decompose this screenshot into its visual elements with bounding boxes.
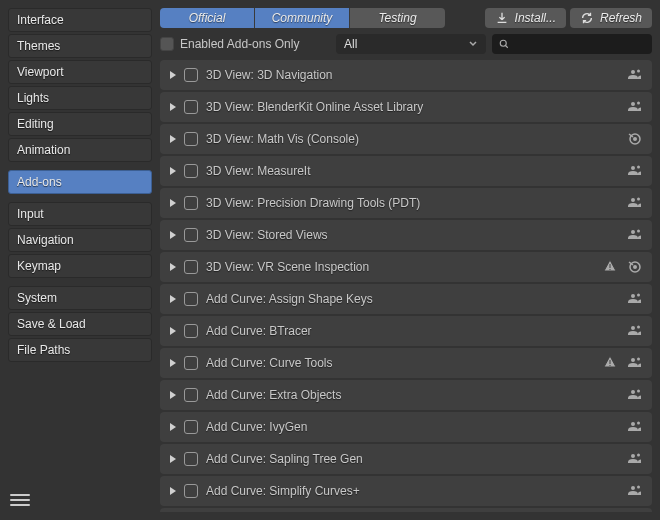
addon-row[interactable]: 3D View: MeasureIt <box>160 156 652 186</box>
community-icon <box>626 354 642 373</box>
addon-label: Add Curve: Sapling Tree Gen <box>206 452 363 466</box>
addon-row[interactable]: 3D View: Stored Views <box>160 220 652 250</box>
addon-status-icons <box>626 386 642 405</box>
addon-label: 3D View: Stored Views <box>206 228 328 242</box>
addon-enable-checkbox[interactable] <box>184 292 198 306</box>
sidebar-item-themes[interactable]: Themes <box>8 34 152 58</box>
main-panel: OfficialCommunityTesting Install... Refr… <box>160 0 660 520</box>
sidebar-item-add-ons[interactable]: Add-ons <box>8 170 152 194</box>
expand-triangle-icon[interactable] <box>170 487 176 495</box>
tab-community[interactable]: Community <box>255 8 350 28</box>
sidebar-item-navigation[interactable]: Navigation <box>8 228 152 252</box>
addon-row[interactable]: Add Curve: Sapling Tree Gen <box>160 444 652 474</box>
expand-triangle-icon[interactable] <box>170 455 176 463</box>
sidebar-item-editing[interactable]: Editing <box>8 112 152 136</box>
community-icon <box>626 226 642 245</box>
addon-status-icons <box>626 450 642 469</box>
expand-triangle-icon[interactable] <box>170 135 176 143</box>
addon-enable-checkbox[interactable] <box>184 100 198 114</box>
enabled-only-checkbox[interactable] <box>160 37 174 51</box>
tab-testing[interactable]: Testing <box>350 8 445 28</box>
svg-point-0 <box>500 40 506 46</box>
addon-row[interactable]: Add Curve: Assign Shape Keys <box>160 284 652 314</box>
addon-status-icons <box>626 290 642 309</box>
addon-row[interactable]: 3D View: 3D Navigation <box>160 60 652 90</box>
addon-enable-checkbox[interactable] <box>184 132 198 146</box>
warning-icon <box>602 258 618 277</box>
addon-enable-checkbox[interactable] <box>184 484 198 498</box>
addon-status-icons <box>626 226 642 245</box>
community-icon <box>626 386 642 405</box>
warning-icon <box>602 354 618 373</box>
addon-row[interactable]: 3D View: Math Vis (Console) <box>160 124 652 154</box>
community-icon <box>626 66 642 85</box>
tab-official[interactable]: Official <box>160 8 255 28</box>
addon-label: Add Curve: IvyGen <box>206 420 307 434</box>
addon-row[interactable]: 3D View: Precision Drawing Tools (PDT) <box>160 188 652 218</box>
category-dropdown[interactable]: All <box>336 34 486 54</box>
community-icon <box>626 194 642 213</box>
addon-status-icons <box>626 418 642 437</box>
addon-status-icons <box>602 354 642 373</box>
category-selected: All <box>344 37 357 51</box>
expand-triangle-icon[interactable] <box>170 263 176 271</box>
addon-enable-checkbox[interactable] <box>184 196 198 210</box>
addon-enable-checkbox[interactable] <box>184 324 198 338</box>
addon-enable-checkbox[interactable] <box>184 388 198 402</box>
expand-triangle-icon[interactable] <box>170 295 176 303</box>
community-icon <box>626 322 642 341</box>
search-input[interactable] <box>492 34 652 54</box>
addon-status-icons <box>626 162 642 181</box>
sidebar: InterfaceThemesViewportLightsEditingAnim… <box>0 0 160 520</box>
addon-enable-checkbox[interactable] <box>184 228 198 242</box>
expand-triangle-icon[interactable] <box>170 231 176 239</box>
chevron-down-icon <box>468 39 478 49</box>
sidebar-item-interface[interactable]: Interface <box>8 8 152 32</box>
expand-triangle-icon[interactable] <box>170 167 176 175</box>
sidebar-item-viewport[interactable]: Viewport <box>8 60 152 84</box>
sidebar-item-file-paths[interactable]: File Paths <box>8 338 152 362</box>
addon-row[interactable]: Add Curve: BTracer <box>160 316 652 346</box>
addon-status-icons <box>626 322 642 341</box>
addon-label: Add Curve: BTracer <box>206 324 312 338</box>
sidebar-item-save-load[interactable]: Save & Load <box>8 312 152 336</box>
install-label: Install... <box>515 11 556 25</box>
sidebar-item-animation[interactable]: Animation <box>8 138 152 162</box>
addon-status-icons <box>626 130 642 149</box>
addon-enable-checkbox[interactable] <box>184 164 198 178</box>
addon-row[interactable]: Add Curve: Extra Objects <box>160 380 652 410</box>
expand-triangle-icon[interactable] <box>170 71 176 79</box>
addon-enable-checkbox[interactable] <box>184 68 198 82</box>
addon-status-icons <box>626 482 642 501</box>
addon-enable-checkbox[interactable] <box>184 260 198 274</box>
expand-triangle-icon[interactable] <box>170 359 176 367</box>
community-icon <box>626 162 642 181</box>
addon-status-icons <box>602 258 642 277</box>
filter-bar: Enabled Add-ons Only All <box>160 34 652 54</box>
expand-triangle-icon[interactable] <box>170 391 176 399</box>
addon-row[interactable]: Add Curve: Simplify Curves+ <box>160 476 652 506</box>
refresh-button[interactable]: Refresh <box>570 8 652 28</box>
sidebar-item-keymap[interactable]: Keymap <box>8 254 152 278</box>
expand-triangle-icon[interactable] <box>170 327 176 335</box>
addon-row[interactable]: 3D View: VR Scene Inspection <box>160 252 652 282</box>
addon-row[interactable]: Add Curve: IvyGen <box>160 412 652 442</box>
sidebar-item-system[interactable]: System <box>8 286 152 310</box>
addon-enable-checkbox[interactable] <box>184 356 198 370</box>
addon-row[interactable]: Add Curve: Curve Tools <box>160 348 652 378</box>
addon-status-icons <box>626 98 642 117</box>
expand-triangle-icon[interactable] <box>170 423 176 431</box>
expand-triangle-icon[interactable] <box>170 199 176 207</box>
sidebar-item-input[interactable]: Input <box>8 202 152 226</box>
support-level-tabs: OfficialCommunityTesting <box>160 8 445 28</box>
context-menu-button[interactable] <box>10 490 30 510</box>
addon-label: 3D View: Precision Drawing Tools (PDT) <box>206 196 420 210</box>
refresh-label: Refresh <box>600 11 642 25</box>
install-button[interactable]: Install... <box>485 8 566 28</box>
sidebar-item-lights[interactable]: Lights <box>8 86 152 110</box>
addon-row[interactable]: Add Mesh: A.N.T.Landscape <box>160 508 652 512</box>
addon-row[interactable]: 3D View: BlenderKit Online Asset Library <box>160 92 652 122</box>
addon-enable-checkbox[interactable] <box>184 420 198 434</box>
expand-triangle-icon[interactable] <box>170 103 176 111</box>
addon-enable-checkbox[interactable] <box>184 452 198 466</box>
